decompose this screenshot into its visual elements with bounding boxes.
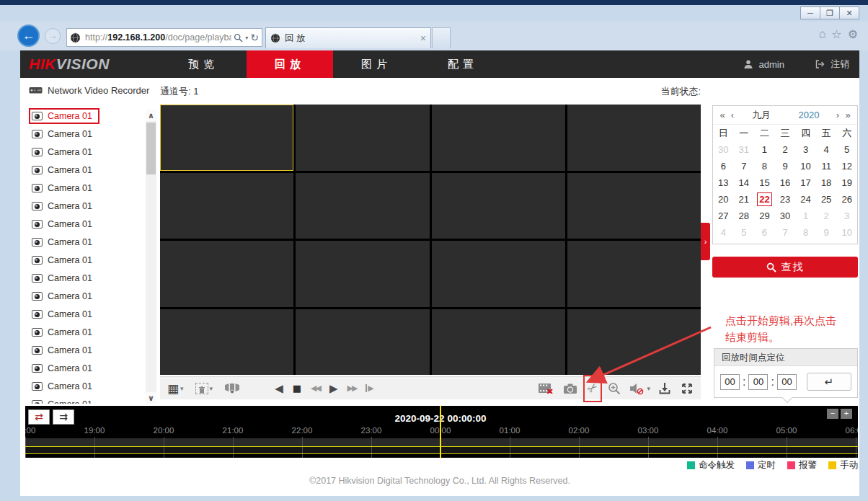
clear-selection-button[interactable]: ▾	[195, 379, 213, 398]
calendar-day[interactable]: 27	[713, 208, 734, 224]
search-button[interactable]: 查找	[712, 257, 858, 278]
camera-list-item[interactable]: Camera 01	[25, 107, 146, 125]
camera-list-item[interactable]: Camera 01	[25, 395, 146, 404]
calendar-day[interactable]: 9	[775, 158, 796, 174]
camera-list-item[interactable]: Camera 01	[25, 269, 146, 287]
calendar-day[interactable]: 4	[816, 141, 837, 158]
video-cell-12[interactable]	[567, 241, 701, 307]
chevron-down-icon[interactable]: ▾	[647, 385, 650, 392]
scroll-down-icon[interactable]: ∨	[146, 392, 156, 404]
video-cell-15[interactable]	[432, 309, 565, 376]
digital-zoom-button[interactable]	[608, 379, 621, 398]
calendar-day[interactable]: 25	[816, 191, 837, 208]
camera-list-scrollbar[interactable]: ∧ ∨	[146, 110, 156, 404]
go-to-time-button[interactable]: ↵	[807, 373, 851, 391]
close-button[interactable]: ✕	[839, 6, 859, 19]
calendar-day[interactable]: 30	[713, 141, 734, 158]
calendar-day[interactable]: 3	[795, 141, 816, 158]
url-text[interactable]: http://192.168.1.200/doc/page/playbac	[85, 32, 231, 43]
calendar-month[interactable]: 九月	[738, 109, 785, 122]
stop-button[interactable]: ■	[293, 379, 301, 398]
nav-tab-1[interactable]: 回放	[247, 50, 333, 78]
nav-tab-2[interactable]: 图片	[333, 50, 420, 78]
video-cell-1[interactable]	[160, 105, 293, 171]
home-icon[interactable]: ⌂	[819, 27, 826, 41]
camera-list-item[interactable]: Camera 01	[25, 377, 146, 395]
video-cell-9[interactable]	[160, 241, 293, 307]
search-dropdown-caret-icon[interactable]: ▾	[245, 35, 248, 41]
video-cell-6[interactable]	[296, 173, 429, 239]
calendar-next-year-icon[interactable]: »	[843, 110, 853, 120]
camera-list-item[interactable]: Camera 01	[25, 233, 146, 251]
snapshot-button[interactable]	[563, 379, 577, 398]
chevron-down-icon[interactable]: ▾	[180, 385, 184, 392]
calendar-day[interactable]: 1	[754, 141, 775, 158]
calendar-day[interactable]: 15	[754, 174, 775, 191]
search-icon[interactable]	[234, 33, 243, 43]
calendar-day[interactable]: 10	[795, 158, 816, 174]
video-cell-16[interactable]	[567, 309, 701, 376]
fullscreen-button[interactable]	[681, 379, 694, 398]
slow-down-button[interactable]: ◀◀	[311, 379, 320, 398]
address-bar[interactable]: http://192.168.1.200/doc/page/playbac ▾ …	[66, 28, 262, 47]
tab-close-icon[interactable]: ×	[420, 32, 426, 44]
video-cell-7[interactable]	[432, 173, 565, 239]
calendar-day[interactable]: 7	[734, 158, 755, 174]
fisheye-button[interactable]	[224, 379, 240, 398]
calendar-day[interactable]: 13	[713, 174, 734, 191]
reverse-play-button[interactable]: ◀	[275, 379, 283, 398]
settings-gear-icon[interactable]: ⚙	[848, 27, 858, 41]
new-tab-stub[interactable]	[432, 27, 451, 48]
calendar-day[interactable]: 9	[816, 224, 837, 241]
calendar-day[interactable]: 5	[836, 141, 857, 158]
calendar-next-month-icon[interactable]: ›	[833, 110, 843, 120]
camera-list-item[interactable]: Camera 01	[25, 161, 146, 179]
calendar-day-selected[interactable]: 22	[754, 191, 775, 208]
calendar-year[interactable]: 2020	[785, 110, 833, 120]
calendar-day[interactable]: 3	[836, 208, 857, 224]
video-cell-13[interactable]	[160, 309, 293, 376]
calendar-day[interactable]: 12	[836, 158, 857, 174]
stop-record-button[interactable]	[539, 379, 553, 398]
calendar-day[interactable]: 21	[734, 191, 755, 208]
video-cell-10[interactable]	[296, 241, 429, 307]
calendar-day[interactable]: 19	[836, 174, 857, 191]
camera-list-item[interactable]: Camera 01	[25, 125, 146, 143]
chevron-down-icon[interactable]: ▾	[210, 385, 213, 392]
calendar-prev-year-icon[interactable]: «	[717, 110, 727, 120]
maximize-button[interactable]: ❐	[820, 6, 840, 19]
video-cell-5[interactable]	[160, 173, 293, 239]
calendar-day[interactable]: 6	[713, 158, 734, 174]
calendar-day[interactable]: 31	[734, 141, 755, 158]
calendar-day[interactable]: 16	[775, 174, 796, 191]
timeline-playhead[interactable]	[440, 406, 441, 458]
video-cell-14[interactable]	[296, 309, 429, 376]
calendar-day[interactable]: 23	[775, 191, 796, 208]
camera-list-item[interactable]: Camera 01	[25, 305, 146, 323]
calendar-day[interactable]: 8	[754, 158, 775, 174]
calendar-prev-month-icon[interactable]: ‹	[727, 110, 738, 120]
audio-button[interactable]: ▾	[629, 379, 650, 398]
minimize-button[interactable]: ─	[800, 6, 820, 19]
video-cell-3[interactable]	[432, 105, 565, 171]
play-button[interactable]: ▶	[329, 379, 338, 398]
camera-list-item[interactable]: Camera 01	[25, 143, 146, 161]
nav-tab-3[interactable]: 配置	[420, 50, 506, 78]
calendar-day[interactable]: 4	[713, 224, 734, 241]
hour-input[interactable]	[720, 374, 740, 390]
second-input[interactable]	[777, 374, 797, 390]
calendar-day[interactable]: 17	[795, 174, 816, 191]
refresh-icon[interactable]: ↻	[250, 32, 259, 43]
video-cell-11[interactable]	[432, 241, 565, 307]
camera-list-item[interactable]: Camera 01	[25, 359, 146, 377]
video-cell-8[interactable]	[567, 173, 701, 239]
camera-list-item[interactable]: Camera 01	[25, 323, 146, 341]
timeline[interactable]: ⇄ ⇉ − + 2020-09-22 00:00:00 18:0019:0020…	[25, 406, 858, 458]
calendar-day[interactable]: 11	[816, 158, 837, 174]
scrollbar-thumb[interactable]	[146, 123, 156, 174]
device-row[interactable]: Network Video Recorder	[29, 85, 149, 96]
timeline-zoom-in-button[interactable]: +	[841, 409, 852, 419]
favorites-star-icon[interactable]: ☆	[831, 27, 841, 41]
calendar-day[interactable]: 2	[816, 208, 837, 224]
calendar-day[interactable]: 20	[713, 191, 734, 208]
